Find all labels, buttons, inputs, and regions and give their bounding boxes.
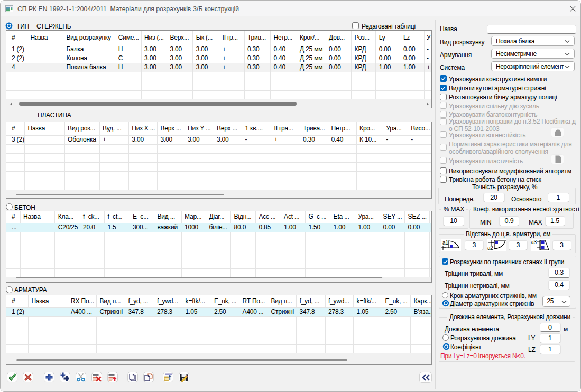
svg-text:a3: a3 — [531, 239, 537, 245]
svg-text:a1: a1 — [442, 240, 449, 246]
svg-text:a2: a2 — [487, 245, 494, 251]
